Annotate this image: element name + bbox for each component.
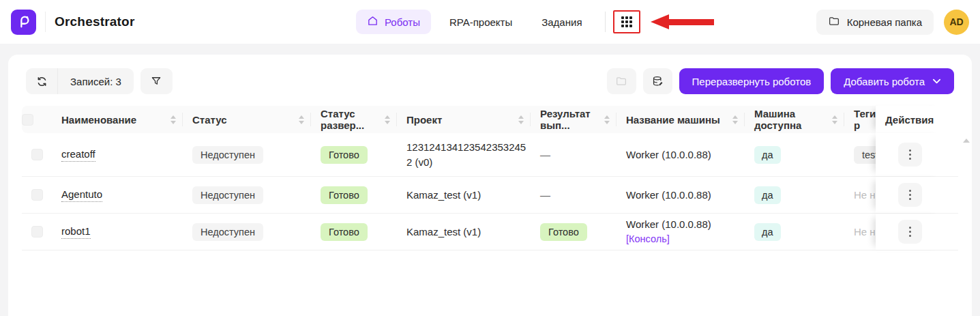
top-bar: Orchestrator Роботы RPA-проекты Задания (0, 0, 980, 44)
machine-available-badge: да (754, 223, 781, 241)
avatar[interactable]: AD (944, 10, 969, 35)
project-cell: 1231241341235423532452 (v0) (397, 133, 531, 176)
deploy-status-badge: Готово (321, 223, 368, 241)
toolbar-actions: Переразвернуть роботов Добавить робота (607, 68, 954, 94)
sort-icon (732, 115, 738, 124)
robot-name-link[interactable]: creatoff (61, 148, 95, 162)
sort-icon (170, 115, 176, 124)
result-cell: — (531, 133, 617, 176)
machine-available-badge: да (754, 186, 781, 204)
machine-name: Worker (10.0.0.88) (626, 218, 711, 231)
nav-divider (605, 12, 606, 32)
root-folder-label: Корневая папка (847, 16, 922, 28)
column-header-machine-available[interactable]: Машина доступна (745, 106, 844, 133)
database-edit-icon (651, 75, 664, 88)
robots-table: Наименование Статус Статус развер... Про… (22, 106, 958, 250)
machine-cell: Worker (10.0.0.88) (617, 177, 745, 213)
column-header-deploy-status[interactable]: Статус развер... (311, 106, 397, 133)
add-robot-button[interactable]: Добавить робота (831, 68, 954, 94)
folder-icon (828, 15, 840, 29)
table-row: Agentuto Недоступен Готово Kamaz_test (v… (22, 177, 958, 214)
console-link[interactable]: [Консоль] (626, 233, 670, 245)
chevron-down-icon (932, 78, 941, 85)
project-cell: Kamaz_test (v1) (397, 177, 531, 213)
sort-icon (518, 115, 524, 124)
status-badge: Недоступен (192, 223, 263, 241)
machine-available-badge: да (754, 146, 781, 164)
robot-name-link[interactable]: robot1 (61, 225, 91, 239)
status-badge: Недоступен (192, 146, 263, 164)
records-count: Записей: 3 (58, 68, 134, 94)
filter-icon (150, 75, 162, 87)
tab-robots[interactable]: Роботы (356, 10, 431, 34)
sort-icon (832, 115, 837, 124)
column-header-project[interactable]: Проект (397, 106, 531, 133)
tab-tasks[interactable]: Задания (541, 16, 582, 28)
refresh-icon (35, 75, 48, 88)
tags-cell: Не на (844, 214, 876, 250)
sort-icon (385, 115, 390, 124)
column-header-result[interactable]: Результат вып... (531, 106, 617, 133)
sort-icon (604, 115, 610, 124)
brand-divider (45, 12, 46, 32)
apps-grid-icon (621, 16, 632, 27)
machine-cell: Worker (10.0.0.88) (617, 133, 745, 176)
row-checkbox[interactable] (31, 226, 43, 238)
sort-icon (299, 115, 304, 124)
column-header-tags[interactable]: Теги р (844, 106, 876, 133)
select-all-checkbox[interactable] (22, 114, 33, 126)
folder-disabled-icon (615, 75, 627, 87)
annotation-arrow (651, 14, 714, 29)
row-checkbox[interactable] (31, 149, 43, 160)
project-cell: Kamaz_test (v1) (397, 214, 531, 250)
result-badge: Готово (540, 223, 587, 241)
tags-cell: Не на (844, 177, 876, 213)
filter-button[interactable] (140, 68, 173, 94)
column-header-actions: Действия (876, 106, 944, 133)
scrollbar-up-arrow[interactable] (963, 139, 970, 143)
result-cell: — (531, 177, 617, 213)
main-nav: Роботы RPA-проекты Задания (356, 0, 714, 44)
column-header-status[interactable]: Статус (183, 106, 311, 133)
row-checkbox[interactable] (31, 189, 43, 201)
tag-badge: test (854, 146, 876, 164)
app-logo-icon (11, 10, 36, 35)
brand: Orchestrator (11, 10, 135, 35)
redeploy-robots-button[interactable]: Переразвернуть роботов (679, 68, 825, 94)
edit-columns-button[interactable] (643, 68, 672, 94)
tab-rpa-projects[interactable]: RPA-проекты (449, 16, 512, 28)
robot-name-link[interactable]: Agentuto (61, 188, 102, 202)
select-all-cell (22, 106, 52, 133)
tab-robots-label: Роботы (385, 16, 420, 28)
deploy-status-badge: Готово (321, 146, 368, 164)
content-card: Записей: 3 (8, 55, 972, 316)
top-right: Корневая папка AD (816, 10, 969, 35)
table-header-row: Наименование Статус Статус развер... Про… (22, 106, 958, 133)
column-header-name[interactable]: Наименование (52, 106, 183, 133)
row-actions-button[interactable] (898, 183, 922, 207)
folder-action-button[interactable] (607, 68, 636, 94)
root-folder-button[interactable]: Корневая папка (816, 10, 934, 35)
table-row: creatoff Недоступен Готово 1231241341235… (22, 133, 958, 177)
page-title: Orchestrator (55, 14, 135, 29)
refresh-button[interactable] (26, 68, 58, 94)
row-actions-button[interactable] (898, 220, 922, 244)
add-robot-label: Добавить робота (844, 76, 925, 87)
table-row: robot1 Недоступен Готово Kamaz_test (v1)… (22, 214, 958, 250)
row-actions-button[interactable] (898, 143, 922, 167)
table-toolbar: Записей: 3 (8, 68, 972, 94)
table-body: creatoff Недоступен Готово 1231241341235… (22, 133, 958, 250)
status-badge: Недоступен (192, 186, 263, 204)
deploy-status-badge: Готово (321, 186, 368, 204)
apps-menu-button[interactable] (613, 10, 640, 33)
column-header-machine[interactable]: Название машины (617, 106, 745, 133)
home-icon (367, 15, 378, 29)
records-group: Записей: 3 (26, 68, 134, 94)
